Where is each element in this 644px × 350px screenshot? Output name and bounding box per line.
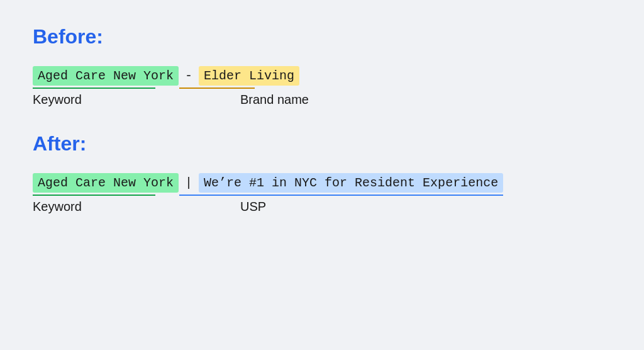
after-underline-wrap [33,195,611,196]
after-usp-underline [179,195,503,196]
before-section: Before: Aged Care New York - Elder Livin… [33,25,611,107]
before-keyword-chip: Aged Care New York [33,66,179,86]
before-labels-row: Keyword Brand name [33,93,611,107]
before-brand-chip: Elder Living [199,66,299,86]
after-headline-row: Aged Care New York | We’re #1 in NYC for… [33,173,611,193]
before-headline-row: Aged Care New York - Elder Living [33,66,611,86]
after-labels-row: Keyword USP [33,200,611,214]
before-brand-underline [179,88,255,89]
after-keyword-underline [33,195,155,196]
before-brand-label: Brand name [240,93,309,107]
after-keyword-chip: Aged Care New York [33,173,179,193]
after-usp-label: USP [240,200,266,214]
before-keyword-label: Keyword [33,93,221,107]
after-separator: | [185,176,192,190]
before-underlines [33,88,611,89]
before-separator: - [185,69,192,83]
main-container: Before: Aged Care New York - Elder Livin… [33,25,611,214]
after-section: After: Aged Care New York | We’re #1 in … [33,132,611,214]
after-keyword-label: Keyword [33,200,221,214]
after-title: After: [33,132,611,155]
after-usp-chip: We’re #1 in NYC for Resident Experience [199,173,503,193]
before-keyword-underline [33,88,155,89]
before-title: Before: [33,25,611,48]
